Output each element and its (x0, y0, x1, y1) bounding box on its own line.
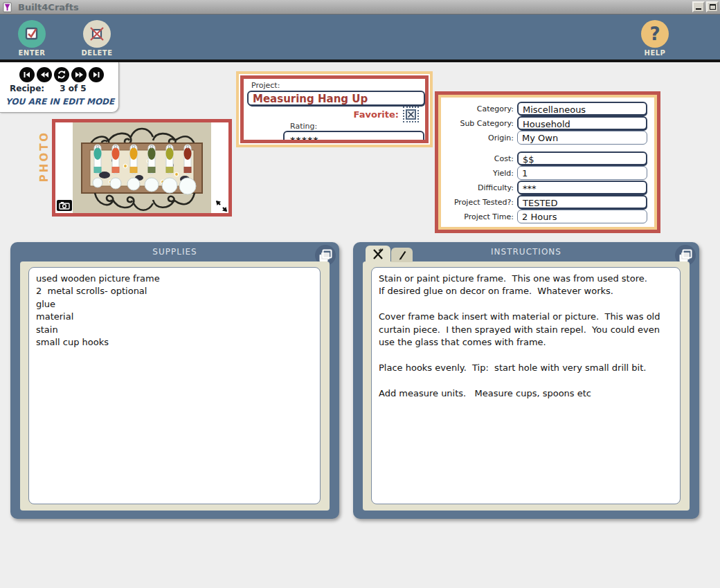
supplies-panel: SUPPLIES used wooden picture frame 2 met… (10, 242, 339, 519)
recipe-label: Recipe: (10, 84, 44, 93)
resize-arrows-icon (215, 199, 228, 213)
project-time-input[interactable]: 2 Hours (517, 210, 647, 223)
delete-button-label: DELETE (78, 49, 116, 57)
recipe-counter: Recipe:3 of 5 (10, 84, 87, 93)
expand-photo-button[interactable] (215, 199, 228, 213)
tab-notes[interactable] (391, 248, 413, 262)
checkbox-x-icon (407, 111, 415, 118)
origin-input[interactable]: My Own (517, 131, 647, 145)
attribute-row: Project Tested?: TESTED (445, 195, 647, 209)
favorite-label: Favorite: (354, 109, 399, 120)
sub-category-input[interactable]: Household (517, 116, 647, 130)
enter-button-label: ENTER (12, 49, 51, 57)
app-icon (3, 2, 13, 12)
skip-last-icon (92, 71, 100, 79)
camera-icon (59, 201, 70, 210)
rating-label: Rating: (290, 122, 422, 131)
attribute-row: Cost: $$ (445, 151, 647, 165)
checkmark-icon (24, 26, 39, 42)
project-panel: Project: Measuring Hang Up Favorite: Rat… (236, 71, 433, 147)
edit-mode-status: YOU ARE IN EDIT MODE (6, 97, 114, 107)
project-label: Project: (251, 81, 422, 90)
title-bar: Built4Crafts (0, 0, 720, 15)
maximize-button[interactable] (706, 1, 719, 12)
skip-first-icon (23, 71, 31, 79)
supplies-body: used wooden picture frame 2 metal scroll… (20, 261, 330, 511)
photo-frame (52, 119, 232, 217)
enter-button[interactable]: ENTER (12, 20, 51, 57)
instructions-textarea[interactable]: Stain or paint picture frame. This one w… (371, 267, 681, 504)
attribute-row: Origin: My Own (445, 131, 647, 145)
origin-label: Origin: (445, 134, 517, 143)
attribute-row: Sub Category: Household (445, 116, 647, 130)
project-name-input[interactable]: Measuring Hang Up (247, 91, 425, 106)
favorite-checkbox[interactable] (406, 109, 416, 120)
rewind-icon (40, 71, 49, 79)
cost-label: Cost: (445, 154, 517, 163)
tab-instructions[interactable] (366, 246, 390, 262)
attribute-row: Project Time: 2 Hours (445, 210, 647, 223)
difficulty-input[interactable]: *** (517, 181, 647, 194)
question-mark-icon: ? (649, 25, 660, 43)
supplies-textarea[interactable]: used wooden picture frame 2 metal scroll… (28, 267, 321, 504)
project-tested-label: Project Tested?: (445, 198, 517, 207)
yield-input[interactable]: 1 (517, 166, 647, 180)
delete-button[interactable]: DELETE (78, 20, 116, 57)
recipe-position: 3 of 5 (60, 84, 87, 93)
app-window: Built4Crafts ENTER DELETE (0, 0, 720, 588)
project-tested-input[interactable]: TESTED (517, 195, 647, 209)
first-record-button[interactable] (19, 67, 35, 82)
sub-category-label: Sub Category: (445, 119, 517, 128)
attribute-row: Yield: 1 (445, 166, 647, 180)
fast-forward-icon (75, 71, 84, 79)
minimize-button[interactable] (692, 1, 705, 12)
refresh-icon (57, 70, 66, 80)
attribute-row: Category: Miscellaneous (445, 102, 647, 116)
category-input[interactable]: Miscellaneous (517, 102, 647, 116)
cost-input[interactable]: $$ (517, 151, 647, 165)
last-record-button[interactable] (89, 67, 104, 82)
supplies-title: SUPPLIES (10, 247, 339, 257)
difficulty-label: Difficulty: (445, 183, 517, 192)
window-title: Built4Crafts (18, 2, 79, 12)
photo-image (73, 122, 211, 213)
project-time-label: Project Time: (445, 212, 517, 221)
attribute-row: Difficulty: *** (445, 181, 647, 194)
refresh-record-button[interactable] (54, 67, 69, 82)
instructions-body: Stain or paint picture frame. This one w… (363, 261, 690, 511)
next-record-button[interactable] (71, 67, 87, 82)
crossed-utensils-icon (371, 247, 385, 261)
help-button[interactable]: ? HELP (636, 20, 674, 57)
photo-label: PHOTO (38, 122, 51, 191)
attributes-panel: Category: Miscellaneous Sub Category: Ho… (435, 91, 660, 233)
camera-button[interactable] (57, 200, 72, 211)
category-label: Category: (445, 104, 517, 113)
rating-input[interactable]: ***** (283, 131, 424, 143)
help-button-label: HELP (636, 49, 674, 57)
instructions-panel: INSTRUCTIONS Stain or paint picture fram… (353, 242, 699, 519)
recipe-nav-box: Recipe:3 of 5 YOU ARE IN EDIT MODE (0, 62, 119, 113)
pencil-icon (397, 250, 408, 261)
toolbar: ENTER DELETE ? HELP (0, 15, 720, 59)
delete-x-icon (89, 26, 105, 42)
yield-label: Yield: (445, 169, 517, 178)
previous-record-button[interactable] (37, 67, 52, 82)
